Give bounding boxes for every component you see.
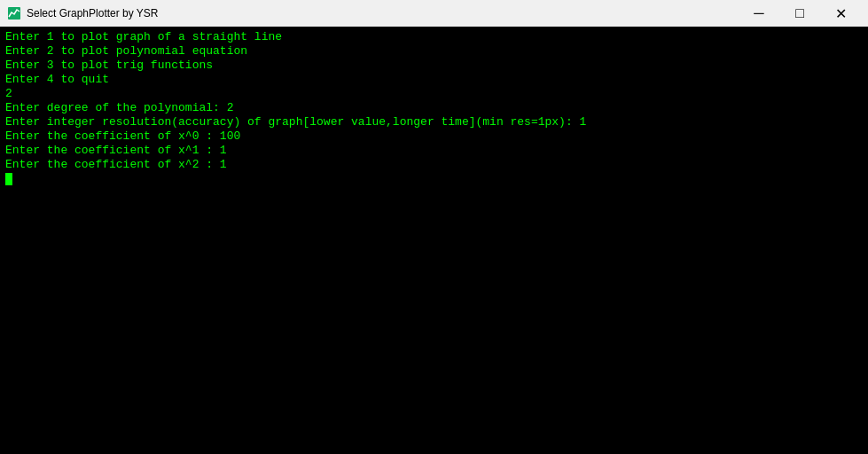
terminal-line: Enter the coefficient of x^1 : 1 [5, 144, 863, 158]
title-bar-left: Select GraphPlotter by YSR [7, 6, 159, 20]
terminal-line: 2 [5, 87, 863, 101]
terminal-line: Enter 4 to quit [5, 73, 863, 87]
terminal-line: Enter degree of the polynomial: 2 [5, 101, 863, 115]
terminal-line: Enter the coefficient of x^0 : 100 [5, 129, 863, 144]
terminal-line: Enter 3 to plot trig functions [5, 59, 863, 73]
maximize-button[interactable]: □ [779, 0, 820, 27]
window-controls: ─ □ ✕ [739, 0, 861, 27]
minimize-button[interactable]: ─ [739, 0, 779, 27]
terminal-line: Enter 2 to plot polynomial equation [5, 44, 863, 59]
terminal-cursor [5, 173, 12, 185]
window-title: Select GraphPlotter by YSR [27, 7, 159, 20]
app-icon [7, 6, 21, 20]
title-bar: Select GraphPlotter by YSR ─ □ ✕ [0, 0, 868, 27]
terminal-line: Enter integer resolution(accuracy) of gr… [5, 115, 863, 129]
close-button[interactable]: ✕ [820, 0, 861, 27]
terminal-line: Enter 1 to plot graph of a straight line [5, 30, 863, 44]
terminal-window: Enter 1 to plot graph of a straight line… [0, 27, 868, 454]
terminal-cursor-line [5, 172, 863, 186]
terminal-line: Enter the coefficient of x^2 : 1 [5, 158, 863, 172]
